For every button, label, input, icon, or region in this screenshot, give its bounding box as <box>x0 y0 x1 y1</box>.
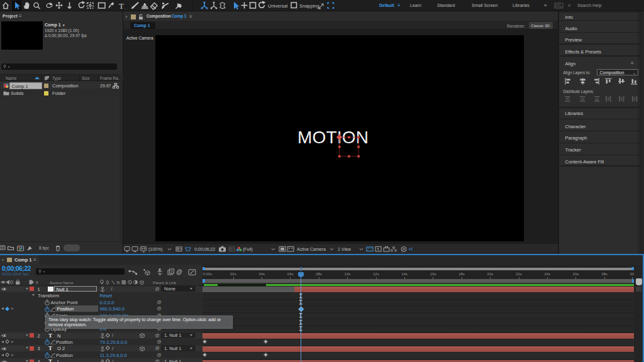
svg-text:Snapping: Snapping <box>299 3 319 9</box>
svg-text:Universal: Universal <box>268 3 288 9</box>
svg-text:+0.0: +0.0 <box>409 247 413 251</box>
svg-text:0;00;06;22: 0;00;06;22 <box>194 247 215 251</box>
svg-text:Parent & Link: Parent & Link <box>153 280 177 285</box>
svg-text:T: T <box>119 1 124 11</box>
svg-text:Active Camera: Active Camera <box>297 247 326 251</box>
svg-text:Source Name: Source Name <box>50 280 74 285</box>
svg-text:fx: fx <box>117 280 121 285</box>
svg-text:1 View: 1 View <box>338 247 352 251</box>
svg-text:(Full): (Full) <box>243 247 253 252</box>
svg-text:#: # <box>36 280 38 285</box>
svg-text:.: . <box>125 6 126 10</box>
svg-text:(100%): (100%) <box>148 247 163 252</box>
